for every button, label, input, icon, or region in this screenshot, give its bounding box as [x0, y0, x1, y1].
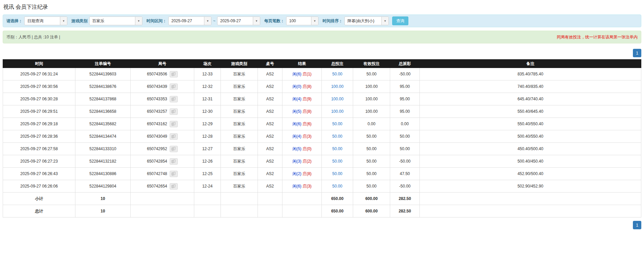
banker-result: 庄(3): [303, 134, 312, 139]
search-button[interactable]: 查询: [392, 16, 408, 25]
game-type-select[interactable]: 百家乐 ▼: [89, 16, 142, 25]
card-result-icon[interactable]: [170, 158, 178, 165]
summary-total-bet: 650.00: [322, 205, 353, 217]
column-header: 局号: [131, 60, 194, 68]
chevron-down-icon[interactable]: ▼: [204, 17, 211, 25]
banker-result: 庄(3): [303, 184, 312, 189]
bet-id: 522844133310: [75, 143, 131, 155]
table-no: AS2: [258, 80, 282, 93]
total-bet-link[interactable]: 50.00: [332, 184, 342, 189]
round-id: 650743506: [147, 71, 167, 76]
total-bet-link[interactable]: 50.00: [332, 122, 342, 126]
note: 550.40/550.40: [420, 118, 641, 130]
card-result-icon[interactable]: [170, 171, 178, 177]
valid-bet: 100.00: [353, 80, 390, 93]
total-bet-link[interactable]: 50.00: [332, 159, 342, 164]
total-bet-cell: 50.00: [322, 155, 353, 168]
round-cell: 650742952: [131, 143, 194, 155]
player-result: 闲(2): [293, 171, 302, 176]
table-no: AS2: [258, 118, 282, 130]
game-type-value: 百家乐: [90, 17, 135, 25]
date-from-select[interactable]: 2025-09-27 ▼: [168, 16, 211, 25]
summary-row: 小计 10 650.00 600.00 282.50: [3, 193, 641, 205]
summary-empty-cell: [420, 193, 641, 205]
card-result-icon[interactable]: [170, 146, 178, 152]
bet-time: 2025-09-27 06:26:06: [3, 180, 75, 193]
round-id: 650742748: [147, 171, 167, 176]
summary-total-bet: 650.00: [322, 193, 353, 205]
player-result: 闲(5): [293, 109, 302, 114]
round-cell: 650742854: [131, 155, 194, 168]
card-result-icon[interactable]: [170, 96, 178, 102]
card-result-icon[interactable]: [170, 108, 178, 115]
total-bet-link[interactable]: 50.00: [332, 146, 342, 151]
note: 645.40/740.40: [420, 93, 641, 105]
table-row: 2025-09-27 06:30:28 522844137868 6507433…: [3, 93, 641, 105]
chevron-down-icon[interactable]: ▼: [253, 17, 260, 25]
card-result-icon[interactable]: [170, 183, 178, 190]
game-result: 闲(0) 庄(8): [282, 80, 322, 93]
table-header-row: 时间注单编号局号场次游戏类别桌号结果总投注有效投注总派彩备注: [3, 60, 641, 68]
game-result: 闲(6) 庄(1): [282, 68, 322, 80]
player-result: 闲(0): [293, 84, 302, 89]
game-result: 闲(2) 庄(8): [282, 168, 322, 180]
banker-result: 庄(6): [303, 122, 312, 126]
round-id: 650742952: [147, 146, 167, 151]
payout: -50.00: [390, 180, 420, 193]
summary-empty-cell: [194, 205, 221, 217]
round-cell: 650743257: [131, 105, 194, 118]
table-row: 2025-09-27 06:27:23 522844132182 6507428…: [3, 155, 641, 168]
card-result-icon[interactable]: [170, 83, 178, 90]
valid-bet: 0.00: [353, 118, 390, 130]
session-no: 12-25: [194, 168, 221, 180]
card-result-icon[interactable]: [170, 121, 178, 127]
select-mode-label: 请选择：: [6, 18, 23, 24]
card-result-icon[interactable]: [170, 71, 178, 77]
sort-order-value: 降幂(由大到小): [345, 17, 381, 25]
game-type: 百家乐: [221, 180, 258, 193]
session-no: 12-24: [194, 180, 221, 193]
banker-result: 庄(8): [303, 109, 312, 114]
page-button-1[interactable]: 1: [633, 49, 641, 57]
bet-id: 522844136658: [75, 105, 131, 118]
page-size-select[interactable]: 100 ▼: [286, 16, 318, 25]
bet-id: 522844138676: [75, 80, 131, 93]
note: 835.40/785.40: [420, 68, 641, 80]
table-row: 2025-09-27 06:29:51 522844136658 6507432…: [3, 105, 641, 118]
column-header: 桌号: [258, 60, 282, 68]
payout: 50.00: [390, 130, 420, 143]
chevron-down-icon[interactable]: ▼: [311, 17, 318, 25]
chevron-down-icon[interactable]: ▼: [60, 17, 67, 25]
player-result: 闲(3): [293, 159, 302, 164]
game-type: 百家乐: [221, 168, 258, 180]
bet-time: 2025-09-27 06:29:51: [3, 105, 75, 118]
total-bet-link[interactable]: 100.00: [331, 84, 344, 89]
game-result: 闲(5) 庄(0): [282, 143, 322, 155]
total-bet-cell: 50.00: [322, 143, 353, 155]
valid-bet: 50.00: [353, 180, 390, 193]
card-result-icon[interactable]: [170, 133, 178, 140]
chevron-down-icon[interactable]: ▼: [135, 17, 142, 25]
sort-order-select[interactable]: 降幂(由大到小) ▼: [344, 16, 389, 25]
page-button-1[interactable]: 1: [633, 221, 641, 229]
game-result: 闲(4) 庄(9): [282, 93, 322, 105]
table-no: AS2: [258, 155, 282, 168]
summary-empty-cell: [420, 205, 641, 217]
chevron-down-icon[interactable]: ▼: [381, 17, 388, 25]
bet-time: 2025-09-27 06:31:24: [3, 68, 75, 80]
player-result: 闲(6): [293, 72, 302, 76]
date-to-select[interactable]: 2025-09-27 ▼: [217, 16, 260, 25]
total-bet-link[interactable]: 100.00: [331, 97, 344, 101]
payout: -50.00: [390, 68, 420, 80]
tilde-separator: ~: [213, 19, 215, 23]
total-bet-link[interactable]: 50.00: [332, 134, 342, 139]
total-bet-link[interactable]: 100.00: [331, 109, 344, 114]
total-bet-link[interactable]: 50.00: [332, 171, 342, 176]
game-result: 闲(5) 庄(8): [282, 105, 322, 118]
total-bet-link[interactable]: 50.00: [332, 72, 342, 76]
bet-time: 2025-09-27 06:30:28: [3, 93, 75, 105]
valid-bet: 50.00: [353, 155, 390, 168]
table-no: AS2: [258, 105, 282, 118]
query-mode-select[interactable]: 日期查询 ▼: [24, 16, 67, 25]
round-cell: 650743506: [131, 68, 194, 80]
